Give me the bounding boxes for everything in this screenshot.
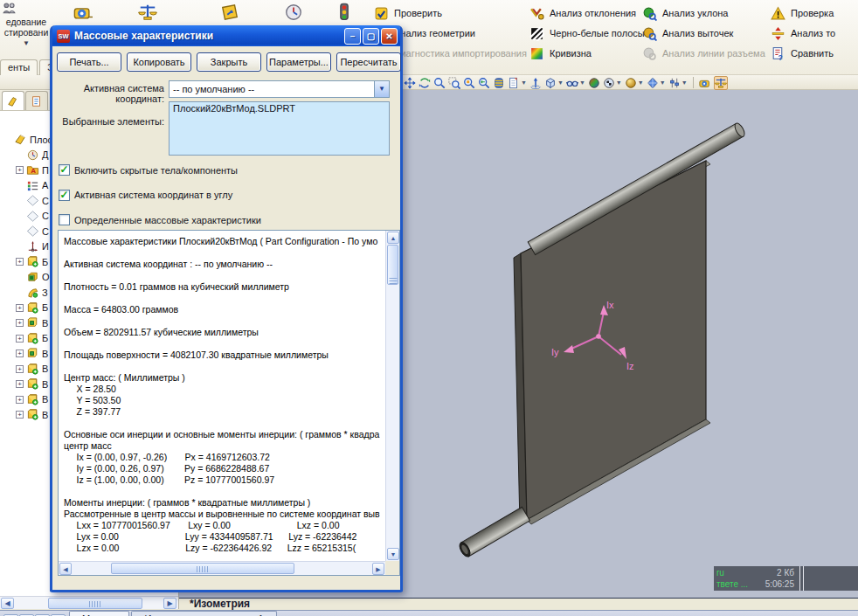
scroll-left-icon[interactable]: ◀ <box>1 598 14 609</box>
chevron-down-icon[interactable]: ▼ <box>660 80 666 86</box>
checkbox-icon[interactable]: ✓ <box>59 164 70 176</box>
measure-tape-icon[interactable] <box>73 3 93 22</box>
design-lights-icon[interactable] <box>335 3 354 22</box>
chevron-down-icon[interactable]: ▼ <box>374 81 389 97</box>
view-tool-mass-scales-sm[interactable] <box>714 76 728 90</box>
scroll-right-icon[interactable]: ▶ <box>372 563 384 575</box>
report-vertical-scrollbar[interactable]: ▲ ▼ <box>385 231 399 561</box>
scrollbar-thumb[interactable] <box>48 598 142 609</box>
measure-tape-sm-icon <box>699 77 711 89</box>
eval-button-curvature[interactable]: Кривизна <box>529 45 592 62</box>
document-tab-active[interactable]: Модель <box>69 611 129 616</box>
chevron-down-icon[interactable]: ▼ <box>2 39 51 47</box>
thickness-icon <box>771 26 785 41</box>
checkbox-row[interactable]: ✓Включить скрытые тела/компоненты <box>59 164 238 176</box>
view-tool-zoom-prev[interactable] <box>478 77 490 89</box>
view-tool-normal-to[interactable] <box>529 77 542 89</box>
view-tool-filter[interactable]: ▼ <box>668 77 688 89</box>
expand-plus-icon[interactable]: + <box>16 396 24 404</box>
overlay-row: ru2 Кб <box>716 567 794 578</box>
view-tool-shaded[interactable] <box>588 77 600 89</box>
eval-button-thickness[interactable]: Анализ то <box>771 24 835 42</box>
minimize-button[interactable]: – <box>344 28 361 45</box>
expand-plus-icon[interactable]: + <box>16 304 24 312</box>
tree-item-label: С <box>42 226 49 237</box>
status-overlay: ru2 Кбтвете ...5:06:25 <box>714 566 858 591</box>
dialog-button-Копировать[interactable]: Копировать <box>127 52 191 72</box>
chevron-down-icon[interactable]: ▼ <box>682 80 688 86</box>
scroll-right-icon[interactable]: ▶ <box>163 598 176 609</box>
view-tool-section[interactable] <box>493 77 505 89</box>
chevron-down-icon[interactable]: ▼ <box>638 80 644 86</box>
eval-button-check-warn[interactable]: Проверка <box>771 4 834 22</box>
tab-feature-manager[interactable] <box>2 91 24 110</box>
view-tool-zoom[interactable] <box>433 77 446 89</box>
glasses-icon <box>566 77 578 89</box>
expand-plus-icon[interactable]: + <box>16 166 24 174</box>
mass-properties-dialog[interactable]: SW Массовые характеристики – ▢ ✕ Печать.… <box>50 25 403 592</box>
tab-property-manager[interactable] <box>25 91 48 110</box>
scroll-down-icon[interactable]: ▼ <box>387 548 399 560</box>
view-tool-page[interactable]: ▼ <box>508 77 527 89</box>
dialog-button-Печать[interactable]: Печать... <box>57 52 121 72</box>
expand-plus-icon[interactable]: + <box>16 335 24 343</box>
view-tool-checker[interactable]: ▼ <box>603 77 622 89</box>
document-tab-inactive[interactable]: Исследование движения 1 <box>131 611 276 616</box>
expand-plus-icon[interactable]: + <box>16 258 24 266</box>
mass-properties-report-area[interactable]: Массовые характеристики Плоский20кВтМод … <box>58 230 400 576</box>
dialog-button-Параметры[interactable]: Параметры... <box>266 52 331 72</box>
expand-plus-icon[interactable]: + <box>16 380 24 388</box>
view-tool-cube[interactable]: ▼ <box>544 77 564 89</box>
pan-icon <box>404 77 416 89</box>
command-manager-button[interactable]: едование стировани ▼ <box>2 2 51 58</box>
bottom-tube[interactable] <box>458 507 530 558</box>
chevron-down-icon[interactable]: ▼ <box>616 80 622 86</box>
view-tool-zoom-area[interactable] <box>448 77 460 89</box>
chevron-down-icon[interactable]: ▼ <box>521 80 527 86</box>
command-tab[interactable]: енты <box>0 59 38 75</box>
dialog-button-Пересчитать[interactable]: Пересчитать <box>336 52 401 72</box>
report-horizontal-scrollbar[interactable]: ◀ ▶ <box>59 561 385 575</box>
view-tool-pan[interactable] <box>404 77 416 89</box>
view-tool-zoom-sel[interactable] <box>463 77 475 89</box>
eval-button-draft[interactable]: Анализ уклона <box>642 4 728 22</box>
eval-button-undercut[interactable]: Анализ выточек <box>642 24 733 42</box>
expand-plus-icon[interactable]: + <box>16 319 24 327</box>
view-tool-glasses[interactable]: ▼ <box>566 77 585 89</box>
maximize-button[interactable]: ▢ <box>363 28 379 45</box>
close-button[interactable]: ✕ <box>381 28 398 45</box>
scroll-left-icon[interactable]: ◀ <box>59 563 72 575</box>
dialog-button-Закрыть[interactable]: Закрыть <box>197 52 261 72</box>
panel-horizontal-scrollbar[interactable]: ◀ ▶ <box>0 596 178 609</box>
eval-button-check-badge[interactable]: Проверить <box>374 4 442 22</box>
sensor-clock-icon[interactable] <box>284 3 303 22</box>
dialog-titlebar[interactable]: SW Массовые характеристики – ▢ ✕ <box>52 25 400 46</box>
expand-plus-icon[interactable]: + <box>16 350 24 357</box>
view-tool-scene[interactable]: ▼ <box>647 77 666 89</box>
checkbox-icon[interactable]: ✓ <box>59 190 70 201</box>
eval-button-zebra[interactable]: Черно-белые полосы <box>529 24 645 42</box>
selected-elements-list[interactable]: Плоский20кВтМод.SLDPRT <box>169 101 390 156</box>
scroll-up-icon[interactable]: ▲ <box>387 232 399 244</box>
chevron-down-icon[interactable]: ▼ <box>557 80 564 86</box>
checkbox-row[interactable]: Определенные массовые характеристики <box>59 214 261 225</box>
view-tool-measure-tape-sm[interactable] <box>699 77 711 89</box>
checkbox-row[interactable]: ✓Активная система координат в углу <box>59 190 232 201</box>
expand-plus-icon[interactable]: + <box>16 365 24 373</box>
checkbox-icon[interactable] <box>59 214 70 225</box>
stats-folder-icon[interactable] <box>220 3 239 22</box>
view-tool-rotate[interactable] <box>419 77 431 89</box>
mass-scales-icon[interactable] <box>138 3 157 22</box>
scrollbar-thumb[interactable] <box>111 563 294 574</box>
chevron-down-icon[interactable]: ▼ <box>579 80 585 86</box>
expand-plus-icon[interactable]: + <box>16 411 24 419</box>
boss-icon <box>26 377 39 391</box>
eval-button-compare[interactable]: ?Сравнить <box>771 45 834 62</box>
report-line <box>64 293 384 304</box>
view-tool-gold[interactable]: ▼ <box>625 77 644 89</box>
selected-element[interactable]: Плоский20кВтМод.SLDPRT <box>170 102 389 114</box>
plate-face[interactable] <box>521 161 706 520</box>
coord-system-dropdown[interactable]: -- по умолчанию -- ▼ <box>169 80 390 98</box>
scrollbar-thumb[interactable] <box>387 245 398 285</box>
eval-button-deviation[interactable]: Анализ отклонения <box>529 4 636 22</box>
